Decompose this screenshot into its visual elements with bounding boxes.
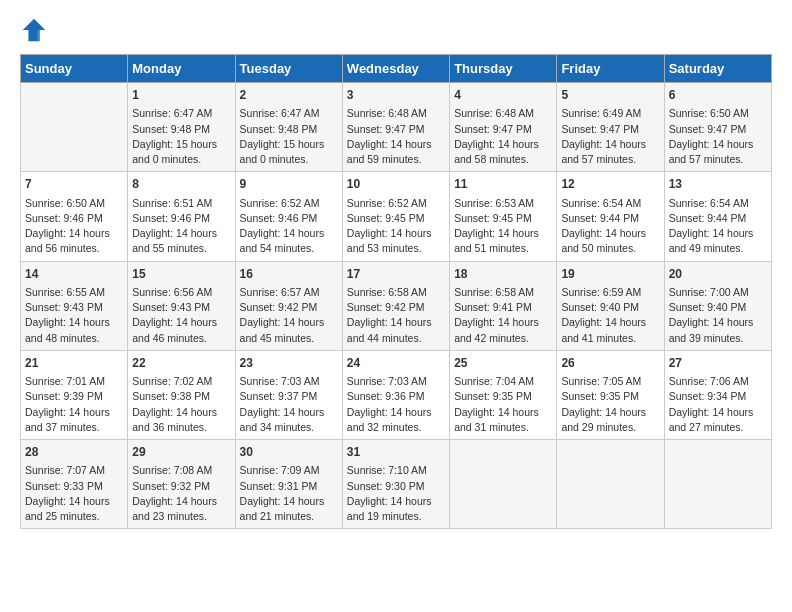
calendar-week-1: 1Sunrise: 6:47 AMSunset: 9:48 PMDaylight… xyxy=(21,83,772,172)
calendar-cell xyxy=(557,440,664,529)
cell-content: Sunrise: 7:01 AMSunset: 9:39 PMDaylight:… xyxy=(25,374,123,435)
calendar-cell: 30Sunrise: 7:09 AMSunset: 9:31 PMDayligh… xyxy=(235,440,342,529)
day-number: 16 xyxy=(240,266,338,283)
calendar-cell: 24Sunrise: 7:03 AMSunset: 9:36 PMDayligh… xyxy=(342,350,449,439)
day-number: 6 xyxy=(669,87,767,104)
day-number: 17 xyxy=(347,266,445,283)
day-number: 20 xyxy=(669,266,767,283)
calendar-cell: 17Sunrise: 6:58 AMSunset: 9:42 PMDayligh… xyxy=(342,261,449,350)
cell-content: Sunrise: 7:10 AMSunset: 9:30 PMDaylight:… xyxy=(347,463,445,524)
cell-content: Sunrise: 6:51 AMSunset: 9:46 PMDaylight:… xyxy=(132,196,230,257)
day-number: 26 xyxy=(561,355,659,372)
calendar-cell: 27Sunrise: 7:06 AMSunset: 9:34 PMDayligh… xyxy=(664,350,771,439)
calendar-cell: 22Sunrise: 7:02 AMSunset: 9:38 PMDayligh… xyxy=(128,350,235,439)
svg-marker-0 xyxy=(23,19,45,41)
calendar-cell: 21Sunrise: 7:01 AMSunset: 9:39 PMDayligh… xyxy=(21,350,128,439)
calendar-cell: 2Sunrise: 6:47 AMSunset: 9:48 PMDaylight… xyxy=(235,83,342,172)
day-number: 3 xyxy=(347,87,445,104)
cell-content: Sunrise: 6:59 AMSunset: 9:40 PMDaylight:… xyxy=(561,285,659,346)
calendar-cell: 26Sunrise: 7:05 AMSunset: 9:35 PMDayligh… xyxy=(557,350,664,439)
calendar-cell: 9Sunrise: 6:52 AMSunset: 9:46 PMDaylight… xyxy=(235,172,342,261)
calendar-cell: 28Sunrise: 7:07 AMSunset: 9:33 PMDayligh… xyxy=(21,440,128,529)
day-number: 15 xyxy=(132,266,230,283)
calendar-week-3: 14Sunrise: 6:55 AMSunset: 9:43 PMDayligh… xyxy=(21,261,772,350)
day-number: 4 xyxy=(454,87,552,104)
calendar-cell: 12Sunrise: 6:54 AMSunset: 9:44 PMDayligh… xyxy=(557,172,664,261)
cell-content: Sunrise: 6:56 AMSunset: 9:43 PMDaylight:… xyxy=(132,285,230,346)
calendar-cell: 16Sunrise: 6:57 AMSunset: 9:42 PMDayligh… xyxy=(235,261,342,350)
cell-content: Sunrise: 7:08 AMSunset: 9:32 PMDaylight:… xyxy=(132,463,230,524)
cell-content: Sunrise: 7:00 AMSunset: 9:40 PMDaylight:… xyxy=(669,285,767,346)
header-day-wednesday: Wednesday xyxy=(342,55,449,83)
day-number: 1 xyxy=(132,87,230,104)
cell-content: Sunrise: 6:48 AMSunset: 9:47 PMDaylight:… xyxy=(454,106,552,167)
calendar-cell: 3Sunrise: 6:48 AMSunset: 9:47 PMDaylight… xyxy=(342,83,449,172)
day-number: 19 xyxy=(561,266,659,283)
day-number: 11 xyxy=(454,176,552,193)
calendar-week-5: 28Sunrise: 7:07 AMSunset: 9:33 PMDayligh… xyxy=(21,440,772,529)
calendar-cell: 13Sunrise: 6:54 AMSunset: 9:44 PMDayligh… xyxy=(664,172,771,261)
day-number: 9 xyxy=(240,176,338,193)
calendar-cell: 25Sunrise: 7:04 AMSunset: 9:35 PMDayligh… xyxy=(450,350,557,439)
header-day-sunday: Sunday xyxy=(21,55,128,83)
calendar-cell xyxy=(450,440,557,529)
day-number: 5 xyxy=(561,87,659,104)
calendar-cell: 1Sunrise: 6:47 AMSunset: 9:48 PMDaylight… xyxy=(128,83,235,172)
cell-content: Sunrise: 7:07 AMSunset: 9:33 PMDaylight:… xyxy=(25,463,123,524)
calendar-cell: 7Sunrise: 6:50 AMSunset: 9:46 PMDaylight… xyxy=(21,172,128,261)
day-number: 13 xyxy=(669,176,767,193)
cell-content: Sunrise: 7:05 AMSunset: 9:35 PMDaylight:… xyxy=(561,374,659,435)
logo-icon xyxy=(20,16,48,44)
calendar-cell: 6Sunrise: 6:50 AMSunset: 9:47 PMDaylight… xyxy=(664,83,771,172)
day-number: 24 xyxy=(347,355,445,372)
cell-content: Sunrise: 7:06 AMSunset: 9:34 PMDaylight:… xyxy=(669,374,767,435)
calendar-header-row: SundayMondayTuesdayWednesdayThursdayFrid… xyxy=(21,55,772,83)
day-number: 2 xyxy=(240,87,338,104)
cell-content: Sunrise: 7:03 AMSunset: 9:37 PMDaylight:… xyxy=(240,374,338,435)
cell-content: Sunrise: 6:53 AMSunset: 9:45 PMDaylight:… xyxy=(454,196,552,257)
cell-content: Sunrise: 7:03 AMSunset: 9:36 PMDaylight:… xyxy=(347,374,445,435)
cell-content: Sunrise: 6:52 AMSunset: 9:46 PMDaylight:… xyxy=(240,196,338,257)
calendar-cell: 31Sunrise: 7:10 AMSunset: 9:30 PMDayligh… xyxy=(342,440,449,529)
day-number: 21 xyxy=(25,355,123,372)
cell-content: Sunrise: 6:58 AMSunset: 9:41 PMDaylight:… xyxy=(454,285,552,346)
cell-content: Sunrise: 6:47 AMSunset: 9:48 PMDaylight:… xyxy=(240,106,338,167)
cell-content: Sunrise: 7:09 AMSunset: 9:31 PMDaylight:… xyxy=(240,463,338,524)
day-number: 18 xyxy=(454,266,552,283)
cell-content: Sunrise: 6:54 AMSunset: 9:44 PMDaylight:… xyxy=(561,196,659,257)
calendar-cell: 18Sunrise: 6:58 AMSunset: 9:41 PMDayligh… xyxy=(450,261,557,350)
cell-content: Sunrise: 6:52 AMSunset: 9:45 PMDaylight:… xyxy=(347,196,445,257)
calendar-table: SundayMondayTuesdayWednesdayThursdayFrid… xyxy=(20,54,772,529)
calendar-week-4: 21Sunrise: 7:01 AMSunset: 9:39 PMDayligh… xyxy=(21,350,772,439)
page-header xyxy=(20,16,772,44)
day-number: 29 xyxy=(132,444,230,461)
header-day-tuesday: Tuesday xyxy=(235,55,342,83)
calendar-cell: 29Sunrise: 7:08 AMSunset: 9:32 PMDayligh… xyxy=(128,440,235,529)
day-number: 25 xyxy=(454,355,552,372)
calendar-cell: 19Sunrise: 6:59 AMSunset: 9:40 PMDayligh… xyxy=(557,261,664,350)
calendar-cell: 4Sunrise: 6:48 AMSunset: 9:47 PMDaylight… xyxy=(450,83,557,172)
day-number: 14 xyxy=(25,266,123,283)
cell-content: Sunrise: 6:50 AMSunset: 9:46 PMDaylight:… xyxy=(25,196,123,257)
cell-content: Sunrise: 6:47 AMSunset: 9:48 PMDaylight:… xyxy=(132,106,230,167)
day-number: 12 xyxy=(561,176,659,193)
calendar-cell: 10Sunrise: 6:52 AMSunset: 9:45 PMDayligh… xyxy=(342,172,449,261)
calendar-cell: 23Sunrise: 7:03 AMSunset: 9:37 PMDayligh… xyxy=(235,350,342,439)
logo xyxy=(20,16,52,44)
calendar-cell: 15Sunrise: 6:56 AMSunset: 9:43 PMDayligh… xyxy=(128,261,235,350)
calendar-cell: 8Sunrise: 6:51 AMSunset: 9:46 PMDaylight… xyxy=(128,172,235,261)
cell-content: Sunrise: 6:54 AMSunset: 9:44 PMDaylight:… xyxy=(669,196,767,257)
day-number: 8 xyxy=(132,176,230,193)
cell-content: Sunrise: 6:57 AMSunset: 9:42 PMDaylight:… xyxy=(240,285,338,346)
header-day-friday: Friday xyxy=(557,55,664,83)
calendar-cell: 14Sunrise: 6:55 AMSunset: 9:43 PMDayligh… xyxy=(21,261,128,350)
day-number: 22 xyxy=(132,355,230,372)
calendar-cell: 20Sunrise: 7:00 AMSunset: 9:40 PMDayligh… xyxy=(664,261,771,350)
day-number: 10 xyxy=(347,176,445,193)
cell-content: Sunrise: 7:04 AMSunset: 9:35 PMDaylight:… xyxy=(454,374,552,435)
cell-content: Sunrise: 6:50 AMSunset: 9:47 PMDaylight:… xyxy=(669,106,767,167)
day-number: 27 xyxy=(669,355,767,372)
cell-content: Sunrise: 6:55 AMSunset: 9:43 PMDaylight:… xyxy=(25,285,123,346)
calendar-cell xyxy=(21,83,128,172)
day-number: 7 xyxy=(25,176,123,193)
